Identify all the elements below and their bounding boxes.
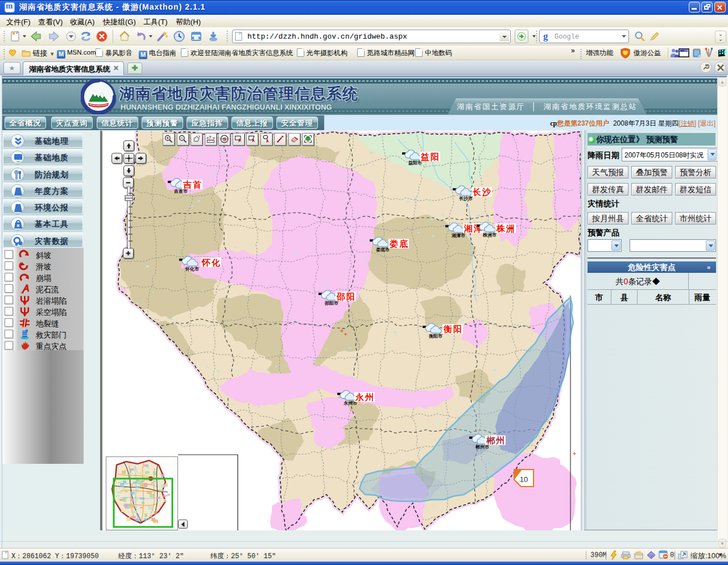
svg-text:衡阳: 衡阳 [443, 324, 463, 334]
svg-text:邵阳: 邵阳 [336, 292, 356, 301]
svg-text:长沙市: 长沙市 [459, 196, 473, 201]
svg-text:株洲市: 株洲市 [482, 232, 497, 238]
svg-text:衡阳市: 衡阳市 [428, 333, 442, 339]
svg-text:永州: 永州 [355, 392, 375, 402]
svg-text:娄底: 娄底 [389, 239, 409, 248]
svg-text:长沙: 长沙 [472, 187, 492, 197]
svg-text:株洲: 株洲 [496, 223, 516, 233]
svg-text:怀化市: 怀化市 [185, 266, 199, 272]
svg-text:娄底市: 娄底市 [376, 247, 390, 252]
svg-text:郴州: 郴州 [486, 435, 506, 445]
svg-text:益阳: 益阳 [420, 152, 440, 161]
svg-text:?: ? [209, 135, 212, 140]
svg-text:怀化: 怀化 [201, 257, 221, 267]
svg-text:吉首: 吉首 [183, 180, 202, 189]
svg-text:10: 10 [520, 475, 528, 484]
svg-text:湘潭市: 湘潭市 [451, 232, 465, 238]
